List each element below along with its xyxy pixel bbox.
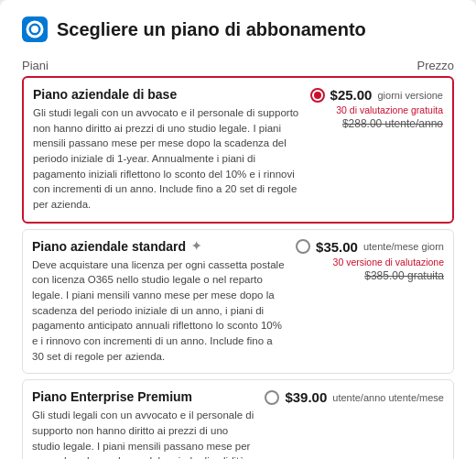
plan-right: $35.00 utente/mese giorn 30 versione di …: [287, 239, 444, 282]
subscription-dialog: Scegliere un piano di abbonamento Piani …: [0, 0, 476, 459]
plan-name-text: Piano aziendale standard: [32, 239, 186, 254]
col-plans-label: Piani: [22, 59, 49, 72]
price-suffix: utente/anno utente/mese: [332, 392, 444, 403]
plan-item-premium[interactable]: Piano Enterprise Premium Gli studi legal…: [22, 379, 454, 459]
price-main: $39.00: [285, 389, 327, 405]
plans-list: Piano aziendale di base Gli studi legali…: [22, 76, 454, 459]
svg-point-2: [31, 26, 38, 33]
price-row: $39.00 utente/anno utente/mese: [265, 389, 444, 405]
dialog-body: Piani Prezzo Piano aziendale di base Gli…: [0, 51, 476, 459]
plan-name: Piano Enterprise Premium: [32, 389, 255, 404]
price-row: $25.00 giorni versione: [310, 87, 443, 103]
price-suffix: giorni versione: [377, 90, 443, 101]
plan-left: Piano Enterprise Premium Gli studi legal…: [32, 389, 255, 459]
price-main: $35.00: [316, 239, 358, 255]
plan-radio-premium[interactable]: [265, 390, 279, 405]
col-price-label: Prezzo: [417, 59, 454, 72]
app-icon: [22, 16, 48, 42]
plan-left: Piano aziendale standard ✦ Deve acquista…: [32, 239, 287, 365]
plan-right: $39.00 utente/anno utente/mese: [255, 389, 444, 405]
plan-name-text: Piano Enterprise Premium: [32, 389, 192, 404]
price-row: $35.00 utente/mese giorn: [296, 239, 444, 255]
plan-name: Piano aziendale standard ✦: [32, 239, 287, 254]
plan-row: Piano Enterprise Premium Gli studi legal…: [32, 389, 444, 459]
plan-row: Piano aziendale standard ✦ Deve acquista…: [32, 239, 444, 365]
plan-name-text: Piano aziendale di base: [33, 87, 177, 102]
price-secondary: $385.00 gratuita: [364, 269, 444, 282]
diamond-icon: ✦: [191, 239, 201, 253]
column-headers: Piani Prezzo: [22, 51, 454, 76]
price-suffix: utente/mese giorn: [363, 241, 444, 252]
dialog-title: Scegliere un piano di abbonamento: [57, 19, 366, 40]
plan-item-standard[interactable]: Piano aziendale standard ✦ Deve acquista…: [22, 229, 454, 375]
plan-radio-base[interactable]: [310, 88, 325, 103]
trial-badge: 30 versione di valutazione: [333, 257, 444, 268]
plan-description: Gli studi legali con un avvocato e il pe…: [32, 408, 255, 459]
plan-radio-standard[interactable]: [296, 239, 310, 254]
price-main: $25.00: [330, 87, 373, 103]
dialog-header: Scegliere un piano di abbonamento: [0, 0, 476, 51]
plan-row: Piano aziendale di base Gli studi legali…: [33, 87, 443, 213]
plan-description: Deve acquistare una licenza per ogni cas…: [32, 257, 287, 365]
plan-description: Gli studi legali con un avvocato e il pe…: [33, 105, 301, 213]
plan-right: $25.00 giorni versione 30 di valutazione…: [301, 87, 443, 130]
plan-name: Piano aziendale di base: [33, 87, 301, 102]
price-secondary: $288.00 utente/anno: [342, 117, 443, 130]
plan-left: Piano aziendale di base Gli studi legali…: [33, 87, 301, 213]
plan-item-base[interactable]: Piano aziendale di base Gli studi legali…: [22, 76, 454, 224]
trial-badge: 30 di valutazione gratuita: [336, 104, 443, 115]
